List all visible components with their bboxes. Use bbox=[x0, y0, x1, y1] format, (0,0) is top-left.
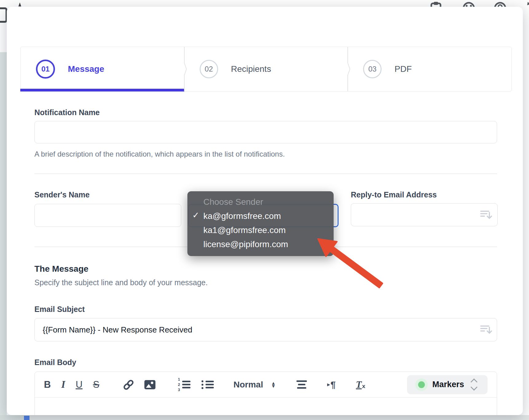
step-label: Message bbox=[68, 64, 104, 74]
markers-button[interactable]: Markers bbox=[407, 375, 488, 394]
step-number: 02 bbox=[205, 65, 213, 73]
paragraph-direction-icon[interactable]: ▸¶ bbox=[327, 379, 335, 390]
page-background-sliver bbox=[0, 52, 7, 420]
align-left-icon[interactable] bbox=[296, 380, 307, 389]
step-separator bbox=[182, 47, 187, 91]
popup-option[interactable]: license@pipiform.com bbox=[187, 237, 334, 251]
italic-button[interactable]: I bbox=[61, 379, 65, 390]
checkmark-icon: ✓ bbox=[192, 210, 199, 220]
email-body-editor[interactable]: B I U S 1 2 3 bbox=[34, 371, 497, 415]
stepper: 01 Message 02 Recipients 03 PDF bbox=[20, 47, 512, 91]
active-step-indicator bbox=[20, 89, 184, 91]
reply-to-label: Reply-to Email Address bbox=[351, 190, 437, 199]
step-recipients[interactable]: 02 Recipients bbox=[184, 47, 348, 91]
popup-option-label: ka@gformsfree.com bbox=[203, 211, 281, 221]
message-section-subtitle: Specify the subject line and body of you… bbox=[34, 278, 208, 287]
choose-sender-popup: Choose Sender ✓ ka@gformsfree.com ka1@gf… bbox=[187, 191, 334, 256]
popup-option-selected[interactable]: ✓ ka@gformsfree.com bbox=[187, 209, 334, 223]
scrollbar-thumb[interactable] bbox=[24, 416, 29, 420]
bold-button[interactable]: B bbox=[44, 379, 51, 390]
ol-number: 1 bbox=[178, 378, 180, 381]
step-message[interactable]: 01 Message bbox=[21, 47, 184, 91]
link-icon[interactable] bbox=[122, 379, 135, 391]
step-number-badge: 03 bbox=[363, 60, 382, 78]
step-separator bbox=[345, 47, 350, 91]
clear-formatting-icon[interactable]: Tx bbox=[356, 379, 366, 390]
ol-number: 2 bbox=[178, 383, 180, 387]
step-number-badge: 02 bbox=[200, 60, 218, 78]
email-subject-input[interactable] bbox=[34, 318, 497, 341]
editor-content-area[interactable] bbox=[35, 398, 497, 415]
marker-green-dot bbox=[418, 381, 425, 388]
markers-label: Markers bbox=[432, 380, 464, 389]
divider bbox=[34, 173, 497, 174]
step-number-badge: 01 bbox=[36, 60, 55, 79]
format-dropdown[interactable]: Normal ▲ ▼ bbox=[233, 380, 276, 390]
bullet-list-icon[interactable] bbox=[202, 380, 214, 389]
step-number: 01 bbox=[41, 65, 50, 73]
step-pdf[interactable]: 03 PDF bbox=[348, 47, 511, 91]
notification-editor-modal: 01 Message 02 Recipients 03 PDF Notifica… bbox=[7, 7, 523, 415]
step-number: 03 bbox=[368, 65, 377, 73]
strikethrough-button[interactable]: S bbox=[93, 379, 100, 390]
updown-arrows-icon: ▲ ▼ bbox=[271, 382, 276, 387]
email-body-label: Email Body bbox=[34, 358, 76, 367]
notification-name-label: Notification Name bbox=[34, 108, 100, 117]
popup-option-label: license@pipiform.com bbox=[203, 239, 288, 249]
popup-title: Choose Sender bbox=[187, 195, 334, 209]
popup-option-label: ka1@gformsfree.com bbox=[203, 225, 286, 235]
step-label: Recipients bbox=[231, 64, 271, 74]
format-selected-label: Normal bbox=[233, 380, 263, 390]
ol-number: 3 bbox=[178, 388, 180, 392]
page: 01 Message 02 Recipients 03 PDF Notifica… bbox=[0, 0, 529, 420]
notification-name-help: A brief description of the notification,… bbox=[34, 150, 285, 158]
ordered-list-icon[interactable]: 1 2 3 bbox=[178, 378, 190, 392]
page-bottom-strip-left bbox=[0, 415, 24, 420]
popup-option[interactable]: ka1@gformsfree.com bbox=[187, 223, 334, 237]
page-bottom-strip bbox=[0, 415, 529, 420]
chevron-updown-icon bbox=[472, 379, 476, 390]
message-section-title: The Message bbox=[34, 264, 88, 274]
email-subject-label: Email Subject bbox=[34, 305, 85, 314]
step-label: PDF bbox=[394, 64, 412, 74]
reply-to-input[interactable] bbox=[351, 203, 498, 226]
notification-name-input[interactable] bbox=[34, 121, 497, 143]
editor-toolbar: B I U S 1 2 3 bbox=[35, 372, 497, 398]
senders-name-label: Sender's Name bbox=[34, 190, 90, 199]
image-icon[interactable] bbox=[144, 380, 156, 390]
underline-button[interactable]: U bbox=[76, 379, 82, 390]
senders-name-input[interactable] bbox=[34, 204, 181, 227]
